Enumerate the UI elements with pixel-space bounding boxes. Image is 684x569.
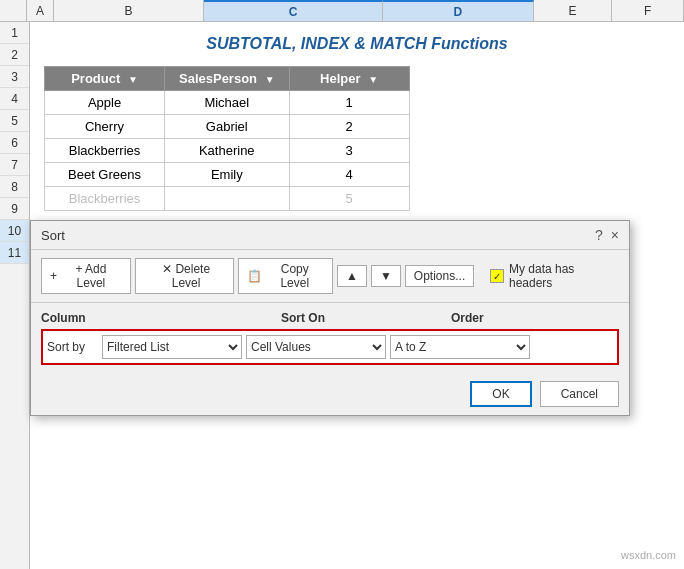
dialog-help-btn[interactable]: ? — [595, 227, 603, 243]
cell-sales-3: Katherine — [165, 139, 290, 163]
row-2: 2 — [0, 44, 29, 66]
cell-sales-2: Gabriel — [165, 115, 290, 139]
col-header-d: D — [383, 0, 533, 21]
options-button[interactable]: Options... — [405, 265, 474, 287]
delete-level-label: ✕ Delete Level — [147, 262, 226, 290]
col-header-f: F — [612, 0, 684, 21]
col-header-e: E — [534, 0, 613, 21]
cell-sales-4: Emily — [165, 163, 290, 187]
cell-helper-3: 3 — [289, 139, 409, 163]
col-label-column: Column — [41, 311, 273, 325]
cell-product-1: Apple — [45, 91, 165, 115]
table-row: Cherry Gabriel 2 — [45, 115, 410, 139]
data-table: Product ▼ SalesPerson ▼ Helper ▼ — [44, 66, 410, 211]
cancel-button[interactable]: Cancel — [540, 381, 619, 407]
table-row: Beet Greens Emily 4 — [45, 163, 410, 187]
ok-button[interactable]: OK — [470, 381, 531, 407]
cell-product-2: Cherry — [45, 115, 165, 139]
options-label: Options... — [414, 269, 465, 283]
my-data-headers-container: ✓ My data has headers — [490, 262, 619, 290]
col-headers: A B C D E F — [0, 0, 684, 22]
row-4: 4 — [0, 88, 29, 110]
row-6: 6 — [0, 132, 29, 154]
cell-helper-1: 1 — [289, 91, 409, 115]
row-3: 3 — [0, 66, 29, 88]
col-product: Product ▼ — [45, 67, 165, 91]
cell-product-3: Blackberries — [45, 139, 165, 163]
salesperson-filter-icon[interactable]: ▼ — [265, 74, 275, 85]
dialog-controls: ? × — [595, 227, 619, 243]
cell-helper-2: 2 — [289, 115, 409, 139]
delete-level-button[interactable]: ✕ Delete Level — [135, 258, 235, 294]
table-row: Apple Michael 1 — [45, 91, 410, 115]
sort-column-select[interactable]: Filtered List — [102, 335, 242, 359]
plus-icon: + — [50, 269, 57, 283]
col-salesperson: SalesPerson ▼ — [165, 67, 290, 91]
product-filter-icon[interactable]: ▼ — [128, 74, 138, 85]
dialog-footer: OK Cancel — [31, 373, 629, 415]
add-level-button[interactable]: + + Add Level — [41, 258, 131, 294]
col-label-order: Order — [451, 311, 611, 325]
row-7: 7 — [0, 154, 29, 176]
table-row: Blackberries 5 — [45, 187, 410, 211]
col-header-a: A — [27, 0, 54, 21]
headers-checkbox-label: My data has headers — [509, 262, 619, 290]
row-5: 5 — [0, 110, 29, 132]
copy-icon: 📋 — [247, 269, 262, 283]
cell-product-4: Beet Greens — [45, 163, 165, 187]
col-helper: Helper ▼ — [289, 67, 409, 91]
row-11: 11 — [0, 242, 29, 264]
dialog-title: Sort — [41, 228, 65, 243]
title-cell: SUBTOTAL, INDEX & MATCH Functions — [30, 22, 684, 66]
col-label-sorton: Sort On — [281, 311, 451, 325]
dialog-close-btn[interactable]: × — [611, 227, 619, 243]
row-num-header — [0, 0, 27, 21]
sort-by-label: Sort by — [47, 340, 102, 354]
cell-sales-1: Michael — [165, 91, 290, 115]
add-level-label: + Add Level — [60, 262, 122, 290]
dialog-titlebar: Sort ? × — [31, 221, 629, 250]
spreadsheet-title: SUBTOTAL, INDEX & MATCH Functions — [206, 35, 507, 53]
copy-level-button[interactable]: 📋 Copy Level — [238, 258, 333, 294]
row-8: 8 — [0, 176, 29, 198]
helper-filter-icon[interactable]: ▼ — [368, 74, 378, 85]
cell-sales-5 — [165, 187, 290, 211]
copy-level-label: Copy Level — [265, 262, 324, 290]
table-row: Blackberries Katherine 3 — [45, 139, 410, 163]
col-header-b: B — [54, 0, 204, 21]
dialog-body: Column Sort On Order Sort by Filtered Li… — [31, 303, 629, 373]
row-10: 10 — [0, 220, 29, 242]
cell-helper-4: 4 — [289, 163, 409, 187]
watermark: wsxdn.com — [621, 549, 676, 561]
sort-col-labels: Column Sort On Order — [41, 311, 619, 325]
row-1: 1 — [0, 22, 29, 44]
headers-checkbox[interactable]: ✓ — [490, 269, 504, 283]
down-arrow-icon: ▼ — [380, 269, 392, 283]
col-header-c: C — [204, 0, 383, 21]
sort-on-select[interactable]: Cell Values — [246, 335, 386, 359]
cell-helper-5: 5 — [289, 187, 409, 211]
sort-row: Sort by Filtered List Cell Values A to Z — [41, 329, 619, 365]
spreadsheet: A B C D E F 1 2 3 4 5 6 7 8 9 10 11 SUBT… — [0, 0, 684, 569]
sort-order-select[interactable]: A to Z — [390, 335, 530, 359]
up-arrow-button[interactable]: ▲ — [337, 265, 367, 287]
dialog-toolbar: + + Add Level ✕ Delete Level 📋 Copy Leve… — [31, 250, 629, 303]
down-arrow-button[interactable]: ▼ — [371, 265, 401, 287]
sort-dialog: Sort ? × + + Add Level ✕ Delete Level 📋 … — [30, 220, 630, 416]
cell-product-5: Blackberries — [45, 187, 165, 211]
row-9: 9 — [0, 198, 29, 220]
row-headers: 1 2 3 4 5 6 7 8 9 10 11 — [0, 22, 30, 569]
up-arrow-icon: ▲ — [346, 269, 358, 283]
